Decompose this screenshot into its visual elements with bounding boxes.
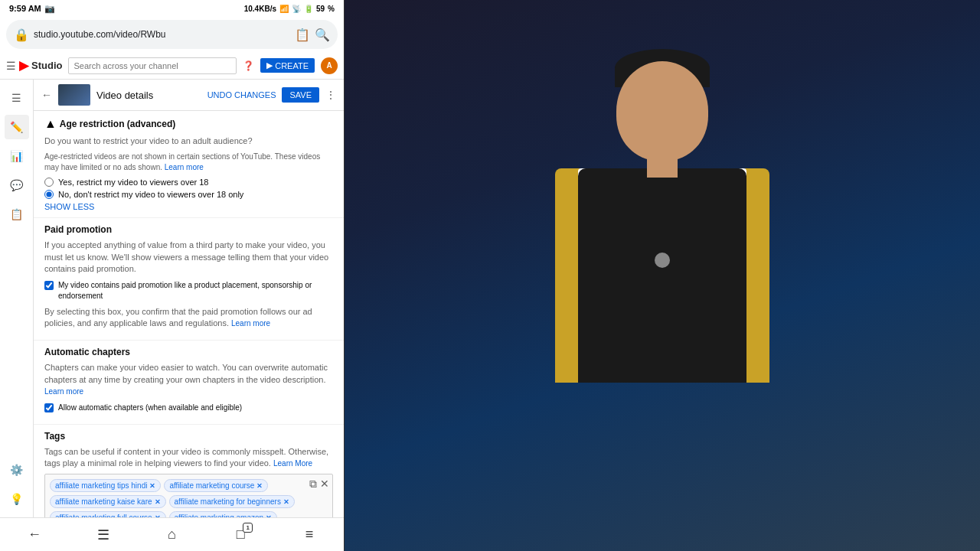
tag-remove-icon[interactable]: ✕: [155, 514, 161, 517]
tags-container[interactable]: ⧉ ✕ affiliate marketing tips hindi✕affil…: [44, 474, 333, 517]
automatic-chapters-checkbox-row[interactable]: Allow automatic chapters (when available…: [44, 403, 333, 413]
automatic-chapters-section: Automatic chapters Chapters can make you…: [34, 341, 344, 424]
bottom-nav: ← ☰ ⌂ □ 1 ≡: [0, 517, 344, 551]
refresh-icon[interactable]: 🔍: [315, 28, 330, 42]
phone-container: 9:59 AM 📷 10.4KB/s 📶 📡 🔋 59% 🔒 studio.yo…: [0, 0, 345, 551]
sidebar-playlists[interactable]: 📋: [5, 202, 29, 227]
tag-remove-icon[interactable]: ✕: [155, 498, 161, 506]
person-figure: [517, 15, 808, 536]
radio-yes[interactable]: [44, 178, 54, 187]
automatic-chapters-checkbox[interactable]: [44, 403, 54, 412]
create-label: CREATE: [275, 61, 309, 70]
tag-chip[interactable]: affiliate marketing course✕: [164, 479, 268, 492]
nav-back-button[interactable]: ←: [19, 520, 50, 550]
clear-icon[interactable]: ✕: [320, 478, 329, 491]
paid-promotion-desc: If you accepted anything of value from a…: [44, 240, 333, 275]
paid-promotion-learn-more[interactable]: Learn more: [231, 319, 270, 328]
tag-remove-icon[interactable]: ✕: [256, 482, 263, 490]
page-title: Video details: [96, 90, 201, 101]
back-button[interactable]: ←: [41, 89, 52, 101]
age-restriction-header[interactable]: ▲ Age restriction (advanced): [44, 117, 333, 131]
microphone: [655, 253, 670, 268]
sidebar-subtitles[interactable]: 💬: [5, 173, 29, 197]
address-bar[interactable]: 🔒 studio.youtube.com/video/RWbu 📋 🔍: [6, 20, 338, 49]
tab-count-badge: 1: [243, 523, 253, 533]
automatic-chapters-learn-more[interactable]: Learn more: [44, 387, 83, 396]
nav-tabs-button[interactable]: □ 1: [225, 520, 256, 550]
tag-chip[interactable]: affiliate marketing amazon✕: [169, 511, 278, 517]
header-icons: ❓ ▶ CREATE A: [243, 57, 338, 74]
sidebar-analytics[interactable]: 📊: [5, 144, 29, 168]
sidebar-feedback[interactable]: 💡: [5, 487, 29, 511]
age-restriction-desc: Age-restricted videos are not shown in c…: [44, 152, 333, 173]
tag-remove-icon[interactable]: ✕: [149, 482, 155, 490]
video-thumbnail: [58, 84, 90, 106]
paid-promotion-checkbox-label: My video contains paid promotion like a …: [58, 280, 333, 302]
tags-title: Tags: [44, 431, 333, 442]
avatar[interactable]: A: [321, 57, 338, 74]
save-button[interactable]: SAVE: [282, 87, 319, 103]
lock-icon: 🔒: [14, 28, 29, 42]
wifi-icon: 📡: [292, 5, 301, 13]
sidebar: ☰ ✏️ 📊 💬 📋 ⚙️ 💡: [0, 80, 34, 517]
paid-promotion-checkbox[interactable]: [44, 281, 54, 290]
age-restriction-question: Do you want to restrict your video to an…: [44, 135, 333, 147]
more-options-button[interactable]: ⋮: [325, 89, 336, 101]
radio-no-option[interactable]: No, don't restrict my video to viewers o…: [44, 190, 333, 199]
tag-remove-icon[interactable]: ✕: [266, 514, 272, 517]
paid-promotion-policy: By selecting this box, you confirm that …: [44, 306, 333, 330]
video-panel: [345, 0, 980, 551]
copy-icon[interactable]: ⧉: [309, 478, 317, 491]
paid-promotion-title: Paid promotion: [44, 224, 333, 235]
hamburger-icon[interactable]: ☰: [6, 60, 16, 72]
nav-menu-button[interactable]: ≡: [294, 520, 325, 550]
data-speed: 10.4KB/s: [244, 5, 276, 13]
studio-label: Studio: [31, 60, 62, 71]
question-icon[interactable]: ❓: [243, 60, 254, 71]
radio-no-label: No, don't restrict my video to viewers o…: [58, 190, 243, 199]
nav-home-button[interactable]: ⌂: [156, 520, 187, 550]
battery-level: 59: [316, 5, 325, 13]
age-restriction-section: ▲ Age restriction (advanced) Do you want…: [34, 111, 344, 218]
automatic-chapters-checkbox-label: Allow automatic chapters (when available…: [58, 403, 242, 413]
content-area[interactable]: ← Video details UNDO CHANGES SAVE ⋮ ▲ Ag…: [34, 80, 344, 517]
video-details-header: ← Video details UNDO CHANGES SAVE ⋮: [34, 80, 344, 111]
tags-desc: Tags can be useful if content in your vi…: [44, 446, 333, 470]
search-input[interactable]: [68, 57, 237, 74]
person-body: [578, 168, 746, 383]
tags-actions: ⧉ ✕: [309, 478, 329, 491]
tag-chip[interactable]: affiliate marketing tips hindi✕: [50, 479, 161, 492]
tags-learn-more[interactable]: Learn More: [273, 459, 312, 468]
sidebar-hamburger[interactable]: ☰: [5, 86, 29, 110]
bookmarks-icon[interactable]: 📋: [295, 28, 310, 42]
yt-logo: ☰ ▶ Studio: [6, 58, 62, 73]
tag-chip[interactable]: affiliate marketing full course✕: [50, 511, 166, 517]
tag-remove-icon[interactable]: ✕: [283, 498, 289, 506]
paid-promotion-checkbox-row[interactable]: My video contains paid promotion like a …: [44, 280, 333, 302]
age-restriction-learn-more[interactable]: Learn more: [165, 163, 204, 171]
time-display: 9:59 AM: [9, 4, 41, 13]
tag-chip[interactable]: affiliate marketing kaise kare✕: [50, 495, 166, 508]
create-button[interactable]: ▶ CREATE: [260, 58, 315, 73]
tag-chip[interactable]: affiliate marketing for beginners✕: [169, 495, 295, 508]
signal-icon: 📶: [279, 5, 289, 13]
tags-list: affiliate marketing tips hindi✕affiliate…: [50, 479, 328, 517]
sidebar-edit[interactable]: ✏️: [5, 115, 29, 139]
yt-studio-header: ☰ ▶ Studio ❓ ▶ CREATE A: [0, 52, 344, 80]
status-bar: 9:59 AM 📷 10.4KB/s 📶 📡 🔋 59%: [0, 0, 344, 17]
jacket-gold-right: [745, 168, 769, 383]
main-layout: ☰ ✏️ 📊 💬 📋 ⚙️ 💡 ← Video details UNDO CHA…: [0, 80, 344, 517]
tags-section: Tags Tags can be useful if content in yo…: [34, 425, 344, 517]
sidebar-settings[interactable]: ⚙️: [5, 458, 29, 482]
person-head: [616, 61, 708, 161]
radio-yes-option[interactable]: Yes, restrict my video to viewers over 1…: [44, 178, 333, 187]
paid-promotion-section: Paid promotion If you accepted anything …: [34, 218, 344, 341]
radio-no[interactable]: [44, 190, 54, 199]
camera-icon: 📷: [44, 4, 55, 14]
undo-changes-button[interactable]: UNDO CHANGES: [207, 90, 276, 99]
age-restriction-title: Age restriction (advanced): [60, 119, 175, 129]
person-neck: [647, 155, 678, 178]
video-person-bg: [345, 0, 980, 551]
show-less-button[interactable]: SHOW LESS: [44, 202, 333, 211]
nav-bookmarks-button[interactable]: ☰: [88, 520, 119, 550]
